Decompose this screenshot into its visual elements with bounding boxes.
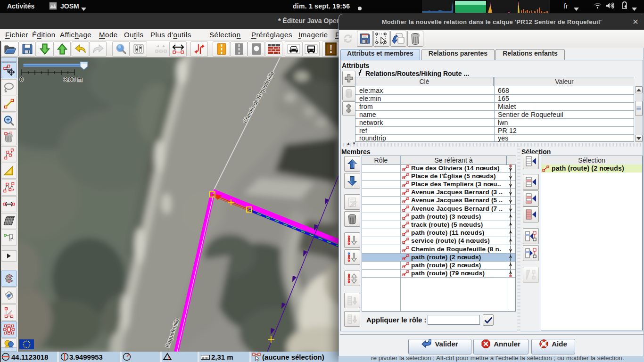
svg-text:3.00 m: 3.00 m (64, 76, 83, 83)
svg-text:0: 0 (20, 76, 23, 83)
